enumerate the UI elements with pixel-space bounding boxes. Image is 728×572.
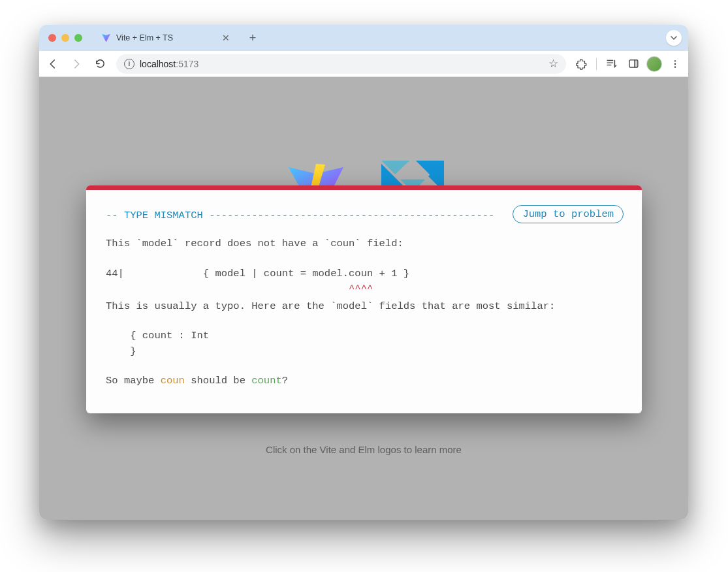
reload-button[interactable] [90, 54, 110, 74]
tab-title: Vite + Elm + TS [116, 33, 173, 42]
window-close-button[interactable] [48, 34, 56, 42]
toolbar-separator [596, 58, 597, 70]
forward-button[interactable] [67, 54, 86, 74]
typo-good-token: count [251, 375, 282, 387]
page-footer-text: Click on the Vite and Elm logos to learn… [266, 444, 462, 455]
toolbar: i localhost:5173 ☆ [39, 51, 688, 77]
typo-bad-token: coun [161, 375, 185, 387]
back-button[interactable] [43, 54, 63, 74]
jump-to-problem-button[interactable]: Jump to problem [513, 205, 624, 223]
tab-bar: Vite + Elm + TS ✕ + [39, 25, 688, 51]
browser-window: Vite + Elm + TS ✕ + i localhost:5173 ☆ [39, 25, 688, 520]
error-message-2: This is usually a typo. Here are the `mo… [106, 299, 622, 314]
bookmark-star-icon[interactable]: ☆ [548, 57, 558, 71]
address-host: localhost:5173 [140, 59, 198, 69]
tab-close-icon[interactable]: ✕ [221, 33, 231, 43]
error-record-field: { count : Int [106, 328, 622, 343]
error-record-close: } [106, 344, 622, 359]
browser-tab[interactable]: Vite + Elm + TS ✕ [94, 27, 238, 48]
page-content: Click on the Vite and Elm logos to learn… [39, 77, 688, 520]
traffic-lights [48, 34, 82, 42]
new-tab-button[interactable]: + [244, 29, 261, 46]
extensions-icon[interactable] [573, 55, 591, 73]
menu-icon[interactable] [666, 55, 684, 73]
svg-point-3 [674, 60, 676, 61]
svg-point-4 [674, 63, 676, 64]
overlay-body: -- TYPE MISMATCH -----------------------… [86, 190, 642, 413]
svg-rect-2 [634, 60, 637, 67]
side-panel-icon[interactable] [624, 55, 642, 73]
address-bar[interactable]: i localhost:5173 ☆ [116, 54, 566, 74]
site-info-icon[interactable]: i [124, 59, 135, 69]
window-minimize-button[interactable] [61, 34, 69, 42]
overlay-accent-bar [86, 185, 642, 190]
reading-list-icon[interactable] [602, 55, 620, 73]
window-maximize-button[interactable] [74, 34, 82, 42]
error-overlay: -- TYPE MISMATCH -----------------------… [86, 185, 642, 413]
svg-point-5 [674, 66, 676, 67]
error-code-line: 44| { model | count = model.coun + 1 } [106, 266, 622, 281]
error-message-1: This `model` record does not have a `cou… [106, 236, 622, 251]
profile-avatar[interactable] [646, 56, 662, 72]
tab-search-button[interactable] [666, 30, 682, 46]
error-caret-line: ^^^^ [106, 281, 622, 296]
vite-favicon [101, 33, 111, 43]
error-suggestion: So maybe coun should be count? [106, 373, 622, 389]
